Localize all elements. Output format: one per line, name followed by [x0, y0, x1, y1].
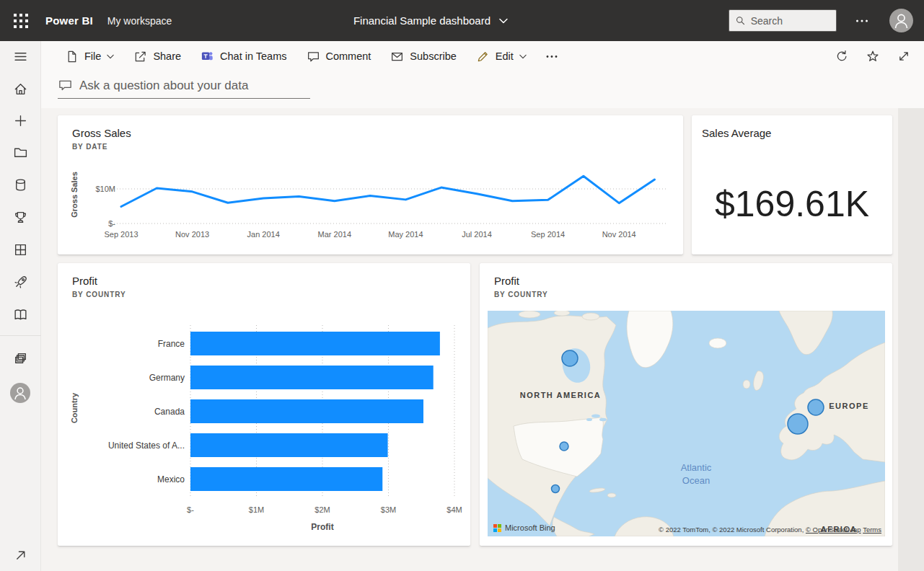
map-attribution: © 2022 TomTom, © 2022 Microsoft Corporat…: [659, 526, 881, 534]
chat-in-teams-button[interactable]: Chat in Teams: [201, 50, 286, 63]
tile-sales-average[interactable]: Sales Average $169.61K: [692, 115, 892, 254]
map-land-iceland: [709, 338, 726, 348]
tile-profit-bar-chart[interactable]: Profit BY COUNTRY Country $-$1M$2M$3M$4M…: [58, 263, 470, 546]
tile-title: Profit: [494, 275, 519, 287]
ellipsis-icon: [855, 19, 868, 23]
teams-icon: [201, 50, 214, 63]
search-icon: [736, 15, 745, 26]
gross-sales-line-chart[interactable]: $-$10MSep 2013Nov 2013Jan 2014Mar 2014Ma…: [79, 163, 676, 245]
nav-my-workspace-avatar[interactable]: [10, 383, 30, 403]
svg-text:Sep 2014: Sep 2014: [531, 230, 565, 239]
left-navigation: [0, 41, 41, 571]
map-arctic-island: [582, 313, 599, 320]
map-land-ireland: [743, 380, 750, 389]
favorite-button[interactable]: [866, 49, 880, 63]
svg-text:France: France: [158, 339, 185, 349]
top-app-bar: Power BI My workspace Financial Sample d…: [0, 0, 924, 41]
profit-bar-chart[interactable]: $-$1M$2M$3M$4MFranceGermanyCanadaUnited …: [76, 319, 465, 536]
more-actions-icon[interactable]: [546, 55, 558, 58]
svg-text:Atlantic: Atlantic: [681, 462, 712, 473]
share-icon: [133, 50, 147, 63]
nav-learn-book-icon[interactable]: [13, 307, 28, 322]
svg-text:Jul 2014: Jul 2014: [462, 230, 492, 239]
star-icon: [866, 49, 880, 63]
map-arctic-island: [519, 311, 540, 318]
microsoft-logo-icon: [493, 524, 501, 532]
expand-diagonal-icon: [897, 49, 911, 63]
chevron-down-icon: [519, 54, 527, 59]
refresh-icon: [835, 49, 849, 63]
envelope-icon: [390, 50, 404, 63]
nav-apps-icon[interactable]: [13, 242, 28, 257]
nav-create-icon[interactable]: [13, 113, 28, 128]
map-land-hispaniola: [607, 493, 616, 497]
share-button[interactable]: Share: [133, 50, 181, 63]
bing-map[interactable]: NORTH AMERICAEUROPEAFRICAAtlanticOcean M…: [488, 311, 885, 536]
file-menu[interactable]: File: [65, 50, 114, 63]
edit-menu[interactable]: Edit: [476, 50, 527, 63]
svg-text:$1M: $1M: [249, 505, 264, 514]
search-input[interactable]: [751, 15, 830, 27]
person-icon: [889, 9, 913, 32]
dashboard-title: Financial Sample dashboard: [353, 14, 490, 27]
pencil-icon: [476, 50, 490, 63]
topbar-more-options-icon[interactable]: [850, 0, 874, 41]
dashboard-title-dropdown[interactable]: Financial Sample dashboard: [353, 14, 508, 27]
svg-text:Germany: Germany: [149, 373, 185, 383]
bing-provider-label: Microsoft Bing: [505, 523, 555, 532]
svg-text:EUROPE: EUROPE: [829, 402, 868, 410]
map-canvas[interactable]: NORTH AMERICAEUROPEAFRICAAtlanticOcean: [488, 311, 885, 536]
terms-link[interactable]: Terms: [863, 526, 881, 534]
qna-question-box[interactable]: Ask a question about your data: [58, 78, 310, 99]
svg-text:$-: $-: [108, 219, 115, 228]
account-avatar[interactable]: [889, 9, 913, 32]
tile-title: Profit: [72, 275, 97, 287]
osm-attribution-link[interactable]: © OpenStreetMap: [806, 526, 861, 534]
report-action-bar: File Share Chat in Teams Comment Subscri: [41, 41, 924, 71]
subscribe-button[interactable]: Subscribe: [390, 50, 456, 63]
bing-logo[interactable]: Microsoft Bing: [493, 523, 555, 532]
svg-text:$2M: $2M: [314, 505, 330, 514]
nav-workspaces-icon[interactable]: [13, 351, 28, 366]
fullscreen-button[interactable]: [897, 49, 911, 63]
tile-subtitle: BY COUNTRY: [494, 291, 548, 298]
map-great-lakes: [586, 418, 592, 421]
tile-title: Gross Sales: [72, 127, 131, 139]
global-search[interactable]: [729, 9, 837, 32]
powerbi-brand[interactable]: Power BI: [45, 14, 93, 27]
nav-external-link-icon[interactable]: [13, 548, 28, 563]
tile-title: Sales Average: [702, 127, 771, 139]
nav-home-icon[interactable]: [13, 81, 28, 97]
chevron-down-icon: [107, 54, 114, 59]
svg-text:NORTH AMERICA: NORTH AMERICA: [520, 391, 602, 399]
menu-hamburger-icon[interactable]: [13, 49, 28, 64]
canvas-right-gutter: [898, 108, 924, 571]
svg-text:Mexico: Mexico: [157, 474, 185, 484]
refresh-button[interactable]: [835, 49, 849, 63]
tile-gross-sales[interactable]: Gross Sales BY DATE Gross Sales $-$10MSe…: [58, 115, 683, 254]
workspace-name[interactable]: My workspace: [107, 15, 172, 27]
tile-profit-map[interactable]: Profit BY COUNTRY: [480, 263, 892, 546]
svg-text:Mar 2014: Mar 2014: [318, 230, 351, 239]
nav-browse-folder-icon[interactable]: [13, 145, 28, 160]
svg-text:Nov 2013: Nov 2013: [175, 230, 209, 239]
nav-metrics-trophy-icon[interactable]: [13, 210, 28, 225]
app-launcher-waffle-icon[interactable]: [10, 10, 32, 32]
kpi-value: $169.61K: [692, 183, 892, 225]
comment-button[interactable]: Comment: [307, 50, 371, 63]
chevron-down-icon: [499, 18, 508, 24]
map-great-lakes: [591, 414, 600, 417]
svg-text:United States of A...: United States of A...: [108, 441, 185, 451]
svg-text:Jan 2014: Jan 2014: [247, 230, 280, 239]
y-axis-title: Gross Sales: [70, 162, 79, 227]
nav-deployment-pipelines-icon[interactable]: [13, 275, 28, 290]
svg-text:$4M: $4M: [446, 505, 462, 514]
svg-text:$-: $-: [187, 505, 194, 514]
svg-text:Sep 2013: Sep 2013: [104, 230, 138, 239]
svg-text:Nov 2014: Nov 2014: [602, 230, 636, 239]
map-great-lakes: [599, 418, 607, 421]
nav-data-hub-icon[interactable]: [13, 177, 28, 192]
qna-placeholder: Ask a question about your data: [79, 79, 248, 93]
ellipsis-icon: [546, 55, 558, 58]
svg-text:Ocean: Ocean: [682, 475, 710, 486]
